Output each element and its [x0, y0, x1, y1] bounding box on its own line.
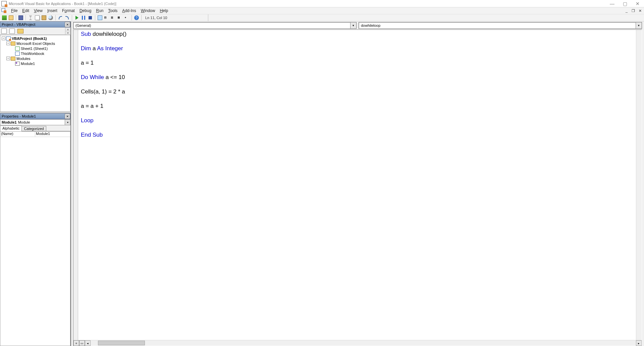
- window-title: Microsoft Visual Basic for Applications …: [8, 2, 606, 6]
- tree-node-thisworkbook[interactable]: ThisWorkbook: [1, 51, 69, 56]
- properties-panel-close-button[interactable]: ✕: [65, 114, 70, 119]
- menu-file[interactable]: File: [9, 8, 20, 13]
- scroll-thumb[interactable]: [98, 341, 145, 345]
- menu-view[interactable]: View: [32, 8, 45, 13]
- properties-window-button[interactable]: ▥: [110, 15, 116, 21]
- project-panel-header[interactable]: Project - VBAProject ✕: [0, 21, 70, 27]
- object-browser-button[interactable]: ▦: [117, 15, 123, 21]
- property-row-name[interactable]: (Name) Module1: [0, 132, 70, 137]
- undo-button[interactable]: [57, 15, 63, 21]
- project-tree[interactable]: − VBAProject (Book1) − Microsoft Excel O…: [0, 35, 70, 112]
- project-panel-close-button[interactable]: ✕: [65, 22, 70, 27]
- mdi-close-button[interactable]: ✕: [637, 8, 643, 13]
- folder-icon: [11, 57, 15, 61]
- procedure-view-button[interactable]: ≡: [73, 340, 79, 346]
- tree-node-modules[interactable]: − Modules: [1, 56, 69, 61]
- project-explorer-button[interactable]: ▤: [104, 15, 110, 21]
- menu-help[interactable]: Help: [157, 8, 170, 13]
- run-button[interactable]: [74, 15, 80, 21]
- procedure-combo[interactable]: dowhileloop ▾: [359, 22, 642, 29]
- view-object-button[interactable]: [9, 28, 15, 34]
- copy-icon: [35, 15, 40, 20]
- properties-panel-header[interactable]: Properties - Module1 ✕: [0, 113, 70, 119]
- code-editor[interactable]: Sub dowhileloop() Dim a As Integer a = 1…: [78, 30, 636, 340]
- excel-icon: [2, 15, 7, 20]
- chevron-down-icon[interactable]: ▾: [350, 22, 356, 28]
- titlebar: Microsoft Visual Basic for Applications …: [0, 0, 644, 7]
- break-button[interactable]: [80, 15, 87, 21]
- code-margin[interactable]: [73, 30, 78, 340]
- view-excel-button[interactable]: [1, 15, 7, 21]
- project-toolbar-scroll[interactable]: ▲▼: [65, 27, 70, 35]
- cut-button[interactable]: [28, 15, 34, 21]
- menu-insert[interactable]: Insert: [45, 8, 60, 13]
- scroll-right-button[interactable]: ▸: [636, 340, 642, 346]
- paste-icon: [42, 15, 46, 20]
- property-key: (Name): [0, 132, 35, 137]
- run-icon: [75, 16, 78, 20]
- chevron-down-icon[interactable]: ▾: [636, 22, 642, 28]
- menu-edit[interactable]: Edit: [20, 8, 32, 13]
- properties-tabs: Alphabetic Categorized: [0, 125, 70, 131]
- find-button[interactable]: [48, 15, 54, 21]
- design-mode-button[interactable]: [97, 15, 103, 21]
- menu-debug[interactable]: Debug: [77, 8, 94, 13]
- insert-button[interactable]: [8, 15, 14, 21]
- tree-node-vbaproject[interactable]: − VBAProject (Book1): [1, 36, 69, 41]
- view-code-button[interactable]: [1, 28, 7, 34]
- tree-node-module1[interactable]: Module1: [1, 61, 69, 66]
- folder-icon: [11, 42, 15, 46]
- tab-categorized[interactable]: Categorized: [21, 126, 46, 131]
- chevron-down-icon[interactable]: ▾: [65, 120, 70, 125]
- reset-icon: [89, 16, 92, 19]
- collapse-icon[interactable]: −: [6, 57, 10, 60]
- collapse-icon[interactable]: −: [6, 42, 10, 45]
- code-editor-container: Sub dowhileloop() Dim a As Integer a = 1…: [73, 29, 642, 346]
- properties-icon: ▥: [111, 15, 116, 20]
- close-button[interactable]: ✕: [631, 0, 644, 7]
- tab-alphabetic[interactable]: Alphabetic: [0, 126, 22, 131]
- tree-node-excel-objects[interactable]: − Microsoft Excel Objects: [1, 41, 69, 46]
- project-toolbar: ▲▼: [0, 27, 70, 35]
- toolbox-button[interactable]: ✦: [124, 15, 130, 21]
- design-icon: [98, 15, 102, 20]
- properties-object-combo[interactable]: Module1 Module ▾: [0, 119, 70, 125]
- mdi-restore-button[interactable]: ❐: [631, 8, 636, 13]
- project-icon: [6, 37, 11, 41]
- cut-icon: [28, 15, 33, 20]
- menu-format[interactable]: Format: [60, 8, 77, 13]
- properties-grid[interactable]: (Name) Module1: [0, 131, 70, 346]
- menu-window[interactable]: Window: [139, 8, 158, 13]
- minimize-button[interactable]: —: [606, 0, 619, 7]
- collapse-icon[interactable]: −: [2, 37, 5, 40]
- toolbar-grip[interactable]: [208, 14, 211, 21]
- scroll-left-button[interactable]: ◂: [85, 340, 91, 346]
- app-icon: [1, 1, 7, 6]
- module-icon: [15, 62, 20, 66]
- horizontal-scrollbar[interactable]: [91, 340, 636, 346]
- paste-button[interactable]: [41, 15, 47, 21]
- copy-button[interactable]: [34, 15, 40, 21]
- toggle-folders-button[interactable]: [17, 29, 23, 33]
- redo-button[interactable]: [64, 15, 70, 21]
- menu-tools[interactable]: Tools: [106, 8, 120, 13]
- help-icon: ?: [134, 15, 139, 20]
- mdi-minimize-button[interactable]: _: [624, 8, 629, 13]
- property-value[interactable]: Module1: [35, 132, 70, 137]
- menu-addins[interactable]: Add-Ins: [120, 8, 138, 13]
- object-combo[interactable]: (General) ▾: [73, 22, 357, 29]
- save-button[interactable]: [18, 15, 24, 21]
- help-button[interactable]: ?: [133, 15, 140, 21]
- tree-node-sheet1[interactable]: Sheet1 (Sheet1): [1, 46, 69, 51]
- maximize-button[interactable]: ▢: [619, 0, 631, 7]
- project-panel-title: Project - VBAProject: [2, 22, 35, 26]
- reset-button[interactable]: [87, 15, 93, 21]
- workbook-icon: [15, 52, 20, 56]
- toolbox-icon: ✦: [124, 15, 129, 20]
- full-module-view-button[interactable]: ▭: [79, 340, 85, 346]
- redo-icon: [65, 16, 69, 19]
- cursor-position: Ln 11, Col 10: [145, 16, 167, 20]
- menu-run[interactable]: Run: [94, 8, 106, 13]
- vertical-scrollbar[interactable]: [636, 30, 642, 340]
- undo-icon: [59, 16, 62, 19]
